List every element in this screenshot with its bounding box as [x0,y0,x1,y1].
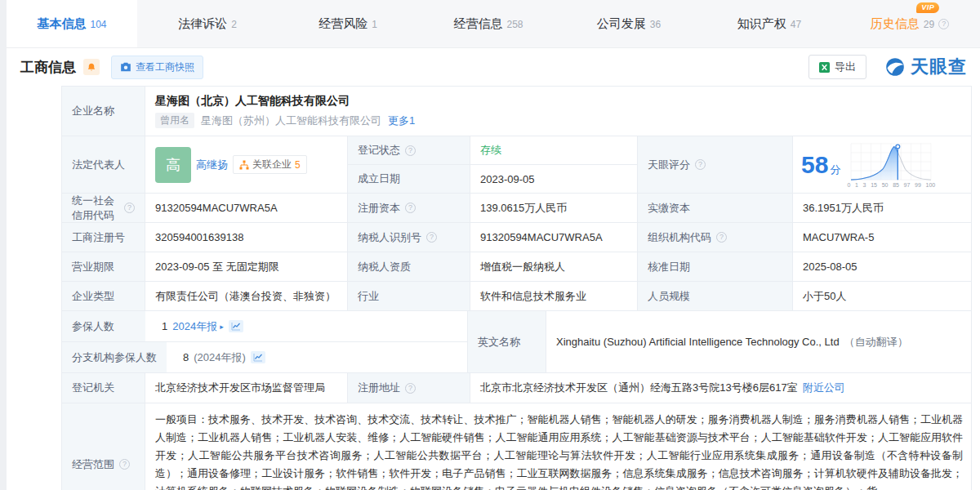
tab-label: 经营信息 [453,16,502,32]
section-header: 工商信息 查看工商快照 导出 天眼查 [7,48,980,86]
field-value: 139.0615万人民币 [470,194,638,222]
field-label: 核准日期 [638,252,793,281]
field-label: 组织机构代码? [638,223,793,252]
field-label: 企业名称 [62,87,145,136]
tianyancha-logo-icon [884,56,906,78]
tianyancha-logo[interactable]: 天眼查 [884,55,967,79]
field-label: 统一社会信用代码? [62,194,145,222]
tab-label: 历史信息 [871,16,920,32]
field-label: 行业 [348,282,470,310]
branch-insured-count-value: 8 (2024年报) [183,350,265,365]
registered-address-value: 北京市北京经济技术开发区（通州）经海五路3号院13号楼6层617室 附近公司 [470,373,973,403]
help-icon[interactable]: ? [405,383,416,394]
export-button-label: 导出 [835,60,856,74]
field-label: 英文名称 [468,311,546,372]
former-name-tag: 曾用名 [155,113,194,128]
tab-legal-proceedings[interactable]: 法律诉讼 2 [137,0,278,47]
help-icon[interactable]: ? [119,459,130,470]
tab-bar: 基本信息 104 法律诉讼 2 经营风险 1 经营信息 258 公司发展 36 … [7,0,980,48]
caret-icon: ▸ [220,323,224,331]
table-row: 统一社会信用代码? 91320594MACU7WRA5A 注册资本? 139.0… [62,194,971,223]
table-row: 参保人数 1 2024年报▸ 分支机构参保人数 8 (2024年报) [62,311,971,373]
help-icon[interactable]: ? [124,203,135,213]
avatar[interactable]: 高 [155,147,191,183]
tab-count: 36 [650,19,661,30]
tab-intellectual-property[interactable]: 知识产权 47 [699,0,840,47]
monitor-bell-button[interactable] [83,59,100,75]
excel-icon [819,62,830,73]
field-label: 分支机构参保人数 [62,342,167,372]
field-value: 320594001639138 [145,223,348,252]
bell-icon [87,62,96,73]
tab-business-risk[interactable]: 经营风险 1 [278,0,418,47]
tab-count: 47 [791,19,801,30]
tab-company-development[interactable]: 公司发展 36 [559,0,699,47]
vip-badge: VIP [916,2,939,13]
section-title: 工商信息 [20,58,76,77]
help-icon[interactable]: ? [405,145,416,156]
export-button[interactable]: 导出 [808,55,866,79]
field-label: 实缴资本 [638,194,793,222]
help-icon[interactable]: ? [426,232,437,243]
trend-chart-icon[interactable] [229,320,243,332]
tab-basic-info[interactable]: 基本信息 104 [7,0,137,47]
help-icon[interactable]: ? [716,232,727,243]
tab-business-info[interactable]: 经营信息 258 [418,0,559,47]
former-name: 星海图（苏州）人工智能科技有限公司 [201,114,381,128]
related-companies-badge[interactable]: 关联企业 5 [233,155,307,174]
snapshot-button[interactable]: 查看工商快照 [111,56,203,79]
field-label: 纳税人资质 [348,252,470,281]
annual-report-link[interactable]: 2024年报 [172,319,217,334]
company-detail-card: 基本信息 104 法律诉讼 2 经营风险 1 经营信息 258 公司发展 36 … [7,0,980,490]
help-icon[interactable]: ? [405,203,416,213]
field-label: 天眼评分? [638,136,793,193]
insured-count-value: 1 2024年报▸ [162,319,243,334]
table-row: 工商注册号 320594001639138 纳税人识别号? 91320594MA… [62,223,971,252]
field-label: 注册资本? [348,194,470,222]
tab-count: 258 [506,19,523,30]
field-label: 工商注册号 [62,223,145,252]
field-label: 注册地址? [348,373,470,403]
tab-count: 104 [90,19,106,30]
business-scope-text: 一般项目：技术服务、技术开发、技术咨询、技术交流、技术转让、技术推广；智能机器人… [145,403,973,490]
established-date: 2023-09-05 [470,165,638,193]
tab-count: 29 [924,19,934,30]
tianyancha-logo-text: 天眼查 [911,55,967,79]
nearby-companies-link[interactable]: 附近公司 [803,381,845,395]
score-unit: 分 [830,163,840,177]
trend-chart-icon[interactable] [251,351,265,363]
help-icon[interactable]: ? [938,19,949,29]
related-companies-label: 关联企业 [252,158,292,172]
field-label: 企业类型 [62,282,145,310]
tab-count: 2 [231,19,237,30]
tab-label: 法律诉讼 [178,16,227,32]
help-icon[interactable]: ? [695,159,706,170]
legal-rep-link[interactable]: 高继扬 [196,158,228,172]
tab-label: 经营风险 [318,16,368,32]
english-name-value: Xinghaitu (Suzhou) Artificial Intelligen… [546,311,973,372]
table-row: 登记机关 北京经济技术开发区市场监督管理局 注册地址? 北京市北京经济技术开发区… [62,373,971,403]
related-companies-count: 5 [295,159,301,171]
registration-status: 存续 [470,136,638,164]
table-row: 经营范围? 一般项目：技术服务、技术开发、技术咨询、技术交流、技术转让、技术推广… [62,403,971,490]
more-link[interactable]: 更多1 [388,114,415,128]
company-name: 星海图（北京）人工智能科技有限公司 [155,94,350,109]
tab-history-info[interactable]: VIP 历史信息 29 ? [840,0,980,47]
field-value: 软件和信息技术服务业 [470,282,638,310]
table-row: 营业期限 2023-09-05 至 无固定期限 纳税人资质 增值税一般纳税人 核… [62,252,971,282]
camera-icon [120,62,131,72]
score-value: 58 [801,151,828,179]
field-label: 登记机关 [62,373,145,403]
field-label: 参保人数 [62,311,145,341]
score-distribution-chart: 0131550859799100 [847,142,935,188]
org-chart-icon [239,160,249,170]
field-label: 成立日期 [348,165,470,193]
field-label: 营业期限 [62,252,145,281]
field-value: 增值税一般纳税人 [470,252,638,281]
field-label: 人员规模 [638,282,793,310]
field-value: 91320594MACU7WRA5A [470,223,638,252]
score-axis-ticks: 0131550859799100 [847,182,935,188]
field-label: 经营范围? [62,403,145,490]
table-row: 企业名称 星海图（北京）人工智能科技有限公司 曾用名 星海图（苏州）人工智能科技… [62,87,971,136]
registry-authority-value: 北京经济技术开发区市场监督管理局 [145,373,348,403]
